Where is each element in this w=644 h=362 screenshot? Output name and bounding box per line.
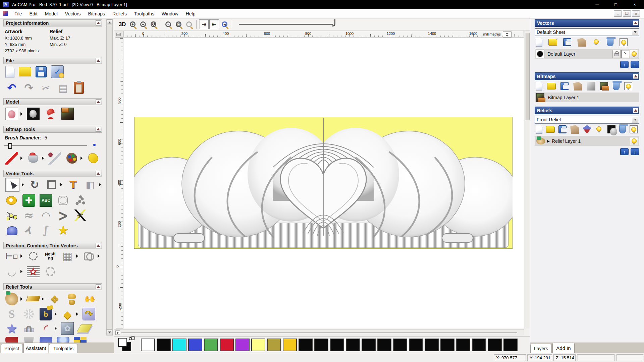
save-relief-layer-icon[interactable] xyxy=(558,125,567,133)
create-arc-icon[interactable] xyxy=(40,209,52,222)
weave-wizard-icon[interactable] xyxy=(22,308,35,320)
save-bitmap-layer-icon[interactable] xyxy=(560,82,569,90)
interactive-sculpting-icon[interactable] xyxy=(83,293,95,305)
flyout-arrow-icon[interactable] xyxy=(55,327,57,330)
zoom-out-icon[interactable]: − xyxy=(138,19,148,29)
palette-swatch[interactable] xyxy=(141,339,155,351)
edit-colours-icon[interactable] xyxy=(65,152,78,165)
undo-icon[interactable] xyxy=(5,81,18,94)
nesting-icon[interactable]: Nesting xyxy=(44,250,57,262)
ruler-options-button[interactable] xyxy=(503,32,512,38)
weld-vectors-icon[interactable] xyxy=(83,250,95,262)
delete-bitmap-layer-icon[interactable] xyxy=(613,82,620,90)
menu-reliefs[interactable]: Reliefs xyxy=(109,10,130,18)
palette-swatch[interactable] xyxy=(377,339,391,351)
bitmap-layer-row[interactable]: Bitmap Layer 1 xyxy=(535,93,639,102)
canvas-vertical-scrollbar[interactable] xyxy=(525,31,530,328)
collapse-bitmap-tools-button[interactable] xyxy=(96,127,101,132)
freehand-sketch-icon[interactable] xyxy=(22,209,35,222)
create-rectangle-icon[interactable] xyxy=(45,178,58,191)
menu-window[interactable]: Window xyxy=(158,10,182,18)
scroll-right-button[interactable] xyxy=(115,330,120,335)
open-vector-layer-icon[interactable] xyxy=(548,39,557,46)
vector-sheet-dropdown[interactable]: Default Sheet xyxy=(535,28,639,36)
relief-tool-icon[interactable] xyxy=(74,337,87,343)
mirror-vectors-icon[interactable] xyxy=(84,178,97,191)
tab-toolpaths[interactable]: Toolpaths xyxy=(49,344,78,353)
flyout-arrow-icon[interactable] xyxy=(55,312,57,316)
mdi-minimize-button[interactable]: – xyxy=(614,10,622,17)
minimize-button[interactable]: ─ xyxy=(588,0,606,9)
palette-swatch[interactable] xyxy=(488,339,502,351)
save-vector-layer-icon[interactable] xyxy=(563,38,571,46)
merge-bitmap-layers-icon[interactable] xyxy=(573,82,582,90)
menu-model[interactable]: Model xyxy=(41,10,61,18)
collapse-project-info-button[interactable] xyxy=(96,20,101,25)
vectors-panel-header[interactable]: Vectors xyxy=(535,19,639,27)
snap-objects-toggle[interactable]: ⇤ xyxy=(209,19,219,29)
zoom-fit-icon[interactable]: □ xyxy=(174,19,183,29)
relief-selector-dropdown[interactable]: Front Relief xyxy=(535,116,639,124)
wrap-vectors-icon[interactable] xyxy=(5,224,18,236)
palette-swatch[interactable] xyxy=(235,339,250,351)
palette-swatch[interactable] xyxy=(472,339,486,351)
move-layer-up-button[interactable]: ↑ xyxy=(620,61,629,68)
paint-selective-icon[interactable] xyxy=(27,152,40,165)
vector-tools-header[interactable]: Vector Tools xyxy=(3,170,102,177)
paste-icon[interactable] xyxy=(74,82,84,94)
star-relief-icon[interactable] xyxy=(5,322,18,335)
flyout-arrow-icon[interactable] xyxy=(98,254,100,258)
model-section-header[interactable]: Model xyxy=(3,98,102,105)
flood-fill-icon[interactable] xyxy=(87,152,100,165)
pan-view-icon[interactable]: ◂ xyxy=(220,19,229,29)
tab-layers[interactable]: Layers xyxy=(530,344,552,353)
expand-relief-layer-icon[interactable]: ▸ xyxy=(547,138,550,144)
flip-relief-icon[interactable] xyxy=(83,308,95,320)
reliefs-panel-header[interactable]: Reliefs xyxy=(535,107,639,114)
palette-swatch[interactable] xyxy=(314,339,328,351)
lighting-material-icon[interactable] xyxy=(44,108,57,120)
texture-relief-icon[interactable] xyxy=(61,322,74,335)
load-bitmap-icon[interactable] xyxy=(61,108,74,120)
palette-swatch[interactable] xyxy=(362,339,376,351)
tab-project[interactable]: Project xyxy=(1,344,23,353)
swept-profile-icon[interactable] xyxy=(5,308,18,320)
relief-tool-icon[interactable] xyxy=(5,337,18,343)
relief-visibility-button[interactable] xyxy=(630,137,638,145)
menu-file[interactable]: File xyxy=(11,10,26,18)
slider-handle[interactable] xyxy=(8,143,12,149)
toggle-relief-visibility-icon[interactable] xyxy=(595,125,604,134)
measure-icon[interactable] xyxy=(5,194,18,207)
align-vectors-icon[interactable] xyxy=(5,250,18,262)
collapse-model-button[interactable] xyxy=(96,99,101,104)
relief-tools-header[interactable]: Relief Tools xyxy=(3,283,102,290)
position-combine-trim-header[interactable]: Position, Combine, Trim Vectors xyxy=(3,242,102,249)
snap-grid-toggle[interactable]: ⇥ xyxy=(199,19,209,29)
collapse-relief-tools-button[interactable] xyxy=(96,284,101,289)
lock-layer-button[interactable] xyxy=(612,50,621,58)
menu-vectors[interactable]: Vectors xyxy=(61,10,85,18)
merge-vector-layers-icon[interactable] xyxy=(577,38,586,47)
vector-layer-row[interactable]: Default Layer xyxy=(535,49,639,59)
palette-swatch[interactable] xyxy=(251,339,265,351)
flyout-arrow-icon[interactable] xyxy=(60,183,62,186)
flyout-arrow-icon[interactable] xyxy=(20,112,22,116)
palette-swatch[interactable] xyxy=(440,339,454,351)
flyout-arrow-icon[interactable] xyxy=(20,297,22,301)
flyout-arrow-icon[interactable] xyxy=(76,312,78,316)
copy-icon[interactable] xyxy=(57,81,69,94)
toggle-3d-view-button[interactable]: 3D xyxy=(117,19,127,29)
select-vectors-icon[interactable] xyxy=(5,178,19,192)
palette-swatch[interactable] xyxy=(425,339,439,351)
canvas-horizontal-scrollbar[interactable] xyxy=(114,329,524,336)
palette-swatch[interactable] xyxy=(267,339,281,351)
zoom-previous-icon[interactable]: ↺ xyxy=(149,19,158,29)
menu-help[interactable]: Help xyxy=(182,10,199,18)
palette-swatch[interactable] xyxy=(456,339,470,351)
flyout-arrow-icon[interactable] xyxy=(20,254,22,258)
vector-texture-icon[interactable] xyxy=(27,265,40,278)
greyscale-relief-icon[interactable] xyxy=(607,125,615,133)
redo-icon[interactable] xyxy=(22,81,35,94)
palette-swatch[interactable] xyxy=(409,339,423,351)
shape-editor-icon[interactable] xyxy=(26,296,40,301)
